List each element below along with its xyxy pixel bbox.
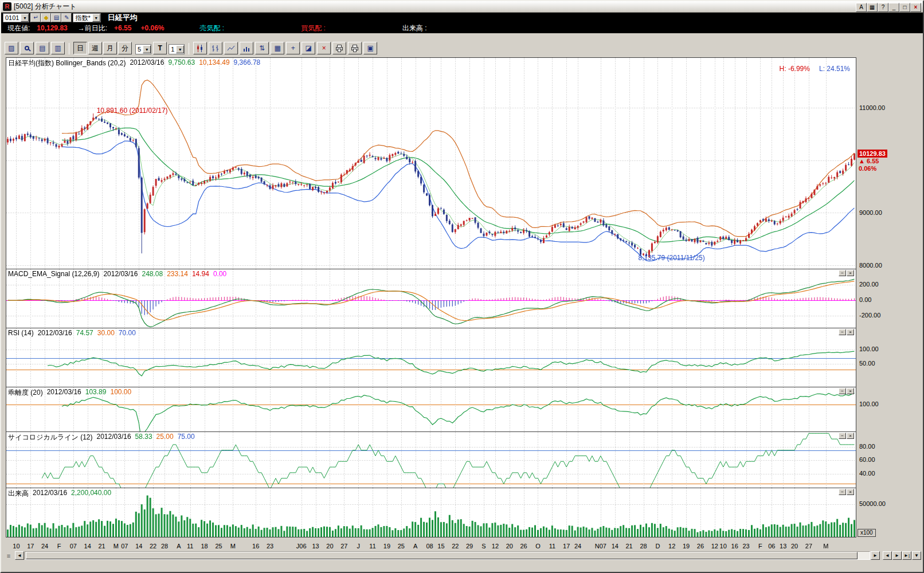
layout-button[interactable]: ▦ (867, 3, 878, 12)
panel-close-button[interactable]: × (847, 270, 854, 276)
scrollbar-track[interactable] (25, 551, 870, 560)
chevron-down-icon[interactable]: ▼ (21, 14, 29, 22)
symbol-code-combo[interactable]: 0101 ▼ (3, 13, 29, 22)
panel-close-button[interactable]: × (847, 489, 854, 495)
panel-close-button[interactable]: × (847, 329, 854, 335)
page-save-icon[interactable]: ▥ (51, 42, 65, 54)
period-daily-button[interactable]: 日 (73, 42, 87, 54)
x-axis-label: 28 (640, 543, 647, 550)
x-axis-label: O (535, 543, 541, 550)
grid-icon[interactable]: ▦ (271, 42, 284, 54)
scrollbar-thumb[interactable] (26, 552, 858, 559)
chart-region: 日経平均(指数) Bollinger_Bands (20,2) 2012/03/… (1, 57, 923, 542)
panel-close-button[interactable]: × (847, 433, 854, 439)
kairi-chart-canvas[interactable] (6, 387, 856, 431)
memo-button[interactable]: ▤ (51, 13, 61, 22)
panel-minimize-button[interactable]: − (839, 388, 846, 394)
price-axis-column: 10129.83 ▲ 6.55 0.06% x100 11000.009000.… (858, 57, 922, 542)
panel-close-button[interactable]: × (847, 388, 854, 394)
chevron-down-icon[interactable]: ▼ (143, 45, 151, 53)
print-icon[interactable] (332, 42, 346, 54)
updown-arrows-icon[interactable]: ⇅ (255, 42, 269, 54)
y-axis-tick: -200.00 (859, 312, 880, 319)
x-axis-label: 18 (201, 543, 208, 550)
y-axis-tick: 80.00 (859, 443, 875, 450)
price-panel: 日経平均(指数) Bollinger_Bands (20,2) 2012/03/… (6, 58, 856, 269)
period-weekly-button[interactable]: 週 (88, 42, 102, 54)
x-axis-label: 24 (574, 543, 581, 550)
eraser-icon[interactable]: ◪ (302, 42, 315, 54)
y-axis-tick: 50000.00 (859, 500, 886, 507)
y-axis-tick: 11000.00 (859, 104, 885, 111)
x-axis-label: S (481, 543, 486, 550)
crosshair-icon[interactable]: + (286, 42, 300, 54)
volume-multiplier-label: x100 (858, 529, 876, 537)
price-chart-canvas[interactable] (6, 58, 856, 269)
period-minute-button[interactable]: 分 (118, 42, 132, 54)
font-size-button[interactable]: A (856, 3, 867, 12)
copy-page-icon[interactable]: ▣ (363, 42, 377, 54)
page-left-button[interactable]: ◄ (883, 551, 892, 560)
x-axis-label: 07 (121, 543, 128, 550)
jump-latest-button[interactable]: ►| (902, 551, 911, 560)
candlestick-icon[interactable] (193, 42, 207, 54)
x-axis-label: 13 (780, 543, 786, 550)
search-icon[interactable] (20, 42, 34, 54)
print-setup-icon[interactable] (348, 42, 362, 54)
scroll-menu-button[interactable]: ▼ (912, 551, 921, 560)
x-axis-label: 12 (668, 543, 675, 550)
x-axis-label: 28 (161, 543, 168, 550)
x-axis-label: M (823, 543, 828, 550)
x-axis-label: J06 (296, 543, 307, 550)
line-chart-icon[interactable] (224, 42, 238, 54)
maximize-button[interactable]: □ (899, 3, 910, 12)
x-axis-label: 12 (492, 543, 499, 550)
scroll-right-button[interactable]: ► (871, 551, 880, 560)
ohlc-bar-icon[interactable] (209, 42, 222, 54)
panel-minimize-button[interactable]: − (839, 270, 846, 276)
prev-change-label: →前日比: (78, 23, 107, 33)
market-combo[interactable]: 指数* ▼ (73, 13, 100, 22)
market-combo-value: 指数* (75, 14, 90, 22)
minute-interval-combo[interactable]: 5 ▼ (135, 44, 151, 54)
y-axis-tick: 8000.00 (859, 262, 882, 269)
x-axis-label: D (655, 543, 660, 550)
x-axis-label: 21 (98, 543, 105, 550)
chart-settings-icon[interactable]: ▨ (5, 42, 18, 54)
chevron-down-icon[interactable]: ▼ (92, 14, 100, 22)
close-button[interactable]: × (910, 3, 921, 12)
bid-label: 買気配 : (301, 23, 326, 33)
x-axis-label: 25 (215, 543, 222, 550)
volume-chart-canvas[interactable] (6, 488, 856, 537)
rsi-chart-canvas[interactable] (6, 328, 856, 387)
minimize-button[interactable]: _ (888, 3, 899, 12)
chevron-down-icon[interactable]: ▼ (176, 45, 184, 53)
volume-bars-icon[interactable] (240, 42, 253, 54)
search-glass-icon (25, 46, 29, 50)
page-add-icon[interactable]: ▤ (36, 42, 49, 54)
psychological-chart-canvas[interactable] (6, 432, 856, 488)
bar-width-combo[interactable]: 1 ▼ (169, 44, 185, 54)
edit-button[interactable]: ✎ (61, 13, 72, 22)
text-tool-button[interactable]: T (153, 42, 167, 54)
x-axis-label: 15 (437, 543, 444, 550)
scroll-left-button[interactable]: ◄ (15, 551, 24, 560)
toolbar-separator (189, 43, 189, 54)
page-right-button[interactable]: ► (892, 551, 902, 560)
x-axis-label: 16 (731, 543, 738, 550)
panel-minimize-button[interactable]: − (839, 489, 846, 495)
delete-drawing-icon[interactable]: × (317, 42, 331, 54)
resize-grip[interactable]: ≡ (3, 552, 14, 559)
key-button[interactable]: ◆ (41, 13, 51, 22)
panel-minimize-button[interactable]: − (839, 433, 846, 439)
help-button[interactable]: ? (878, 3, 888, 12)
macd-chart-canvas[interactable] (6, 269, 856, 328)
symbol-name: 日経平均 (108, 13, 138, 23)
titlebar: R [5002] 分析チャート A▦?_□× (1, 1, 923, 13)
apply-button[interactable]: ↵ (30, 13, 41, 22)
chart-toolbar: ▨▤▥ 日週月分 5 ▼ T 1 ▼ ⇅▦+◪×▣ (1, 33, 923, 57)
x-axis-label: F (758, 543, 762, 550)
period-monthly-button[interactable]: 月 (103, 42, 117, 54)
change-pct-value: +0.06% (140, 24, 164, 32)
panel-minimize-button[interactable]: − (839, 329, 846, 335)
